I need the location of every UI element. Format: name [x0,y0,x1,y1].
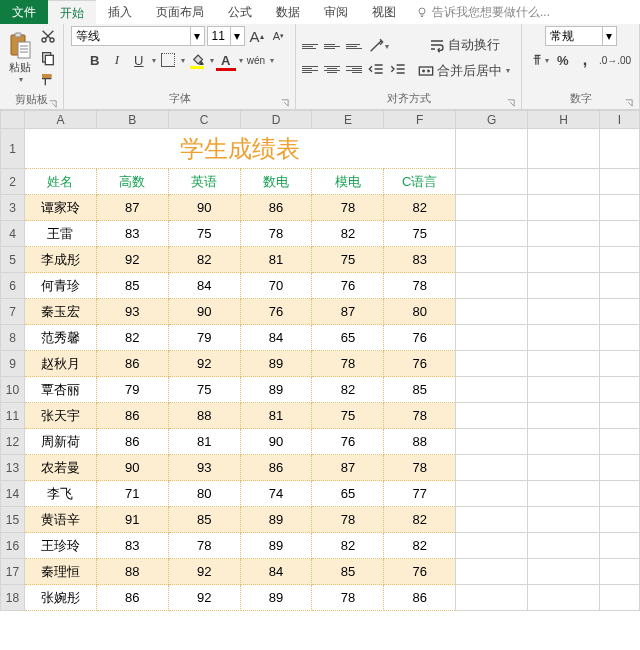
cell[interactable] [456,169,528,195]
cell[interactable]: 81 [168,429,240,455]
cell[interactable]: 86 [240,455,312,481]
cell[interactable]: 范秀馨 [24,325,96,351]
cell[interactable]: 黄语辛 [24,507,96,533]
cell[interactable] [456,481,528,507]
row-header[interactable]: 9 [1,351,25,377]
row-header[interactable]: 6 [1,273,25,299]
cell[interactable]: 76 [384,325,456,351]
cell[interactable]: 英语 [168,169,240,195]
shrink-font-button[interactable]: A▾ [269,26,289,46]
tab-view[interactable]: 视图 [360,0,408,24]
border-button[interactable] [158,50,178,70]
row-header[interactable]: 12 [1,429,25,455]
cell[interactable]: 王雷 [24,221,96,247]
cell[interactable]: 86 [96,351,168,377]
cell[interactable]: 85 [96,273,168,299]
cell[interactable]: C语言 [384,169,456,195]
percent-button[interactable]: % [553,50,573,70]
cell[interactable] [528,299,600,325]
increase-decimal-button[interactable]: .0→.00 [597,50,633,70]
accounting-format-button[interactable]: ▾ [528,50,551,70]
tab-home[interactable]: 开始 [48,0,96,24]
cell[interactable] [528,403,600,429]
cell[interactable]: 92 [168,559,240,585]
tell-me-search[interactable]: 告诉我您想要做什么... [408,0,640,24]
cell[interactable]: 83 [96,221,168,247]
cell[interactable]: 模电 [312,169,384,195]
cell[interactable]: 88 [384,429,456,455]
grid[interactable]: A B C D E F G H I 1学生成绩表2姓名高数英语数电模电C语言3谭… [0,110,640,611]
cell[interactable]: 86 [96,403,168,429]
cell[interactable]: 83 [384,247,456,273]
cell[interactable]: 李成彤 [24,247,96,273]
cell[interactable] [599,351,639,377]
cell[interactable]: 78 [384,273,456,299]
cell[interactable]: 90 [96,455,168,481]
cell[interactable]: 90 [168,195,240,221]
row-header[interactable]: 3 [1,195,25,221]
cell[interactable] [599,129,639,169]
cell[interactable]: 秦玉宏 [24,299,96,325]
align-bottom-button[interactable] [344,36,364,56]
align-right-button[interactable] [344,59,364,79]
clipboard-launcher[interactable] [49,100,57,108]
cell[interactable]: 82 [384,533,456,559]
cell[interactable]: 76 [384,559,456,585]
cell[interactable] [528,273,600,299]
cell[interactable] [456,455,528,481]
increase-indent-button[interactable] [388,59,408,79]
comma-button[interactable]: , [575,50,595,70]
cell[interactable]: 谭家玲 [24,195,96,221]
cell[interactable]: 86 [240,195,312,221]
chevron-down-icon[interactable]: ▾ [239,56,243,65]
tab-data[interactable]: 数据 [264,0,312,24]
cell[interactable]: 92 [168,351,240,377]
row-header[interactable]: 5 [1,247,25,273]
font-color-button[interactable]: A [216,50,236,70]
cell[interactable]: 75 [384,221,456,247]
cell[interactable]: 75 [168,377,240,403]
cell[interactable] [456,377,528,403]
cell[interactable]: 84 [240,325,312,351]
decrease-indent-button[interactable] [366,59,386,79]
cell[interactable] [528,351,600,377]
cell[interactable]: 李飞 [24,481,96,507]
col-header[interactable]: H [528,111,600,129]
cell[interactable] [528,221,600,247]
cell[interactable]: 76 [240,299,312,325]
cut-button[interactable] [38,26,58,46]
cell[interactable]: 78 [240,221,312,247]
cell[interactable]: 75 [312,403,384,429]
cell[interactable]: 89 [240,351,312,377]
cell[interactable] [599,195,639,221]
cell[interactable]: 65 [312,325,384,351]
row-header[interactable]: 16 [1,533,25,559]
orientation-button[interactable]: ▾ [366,36,391,56]
cell[interactable]: 85 [168,507,240,533]
cell[interactable]: 84 [168,273,240,299]
cell[interactable]: 张天宇 [24,403,96,429]
col-header[interactable]: G [456,111,528,129]
cell[interactable] [599,507,639,533]
cell[interactable]: 81 [240,403,312,429]
cell[interactable]: 83 [96,533,168,559]
cell[interactable] [456,585,528,611]
cell[interactable]: 高数 [96,169,168,195]
row-header[interactable]: 1 [1,129,25,169]
cell[interactable]: 75 [168,221,240,247]
cell[interactable]: 赵秋月 [24,351,96,377]
bold-button[interactable]: B [85,50,105,70]
cell[interactable] [456,325,528,351]
select-all-corner[interactable] [1,111,25,129]
cell[interactable] [599,377,639,403]
paste-button[interactable]: 粘贴 ▾ [4,30,36,86]
align-top-button[interactable] [300,36,320,56]
row-header[interactable]: 2 [1,169,25,195]
cell[interactable]: 89 [240,585,312,611]
cell[interactable] [456,429,528,455]
alignment-launcher[interactable] [507,99,515,107]
cell[interactable]: 76 [384,351,456,377]
cell[interactable]: 王珍玲 [24,533,96,559]
tab-insert[interactable]: 插入 [96,0,144,24]
col-header[interactable]: F [384,111,456,129]
